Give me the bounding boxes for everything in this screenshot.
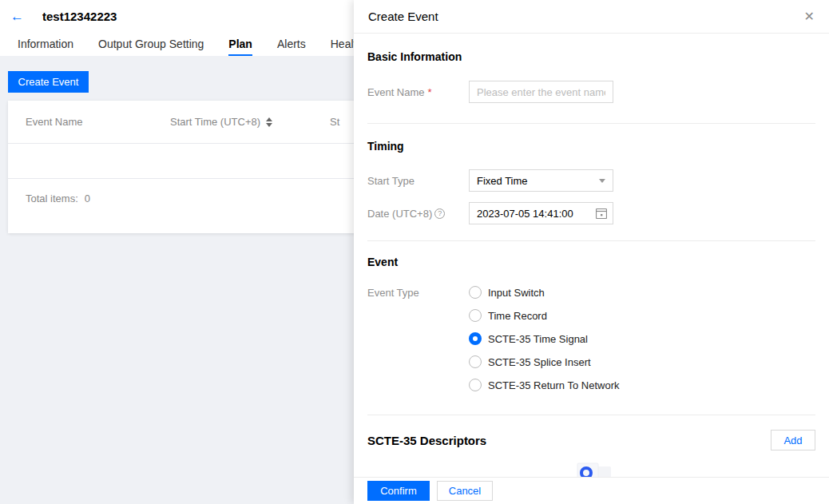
date-row: Date (UTC+8) ?: [367, 202, 815, 224]
total-items-value: 0: [85, 192, 90, 204]
start-type-label: Start Type: [367, 175, 469, 187]
create-event-button[interactable]: Create Event: [8, 71, 89, 93]
date-input[interactable]: [469, 202, 613, 224]
back-arrow-icon[interactable]: ←: [10, 10, 24, 23]
event-name-row: Event Name *: [367, 81, 815, 103]
tab-plan[interactable]: Plan: [228, 32, 252, 56]
radio-scte35-time-signal[interactable]: SCTE-35 Time Signal: [469, 332, 620, 345]
chevron-down-icon: [599, 179, 605, 183]
tab-alerts[interactable]: Alerts: [277, 32, 306, 56]
required-asterisk: *: [428, 86, 432, 98]
empty-state-illustration: [367, 457, 815, 477]
section-divider: [367, 123, 815, 124]
event-type-label: Event Type: [367, 287, 469, 299]
add-descriptor-button[interactable]: Add: [771, 430, 815, 450]
event-name-label: Event Name *: [367, 86, 469, 98]
page-title: test12342223: [42, 10, 117, 23]
timing-heading: Timing: [367, 140, 815, 153]
descriptors-header: SCTE-35 Descriptors Add: [367, 430, 815, 450]
radio-input-switch[interactable]: Input Switch: [469, 286, 620, 299]
start-type-select[interactable]: Fixed Time: [469, 169, 613, 192]
radio-time-record[interactable]: Time Record: [469, 309, 620, 322]
radio-scte35-return-to-network[interactable]: SCTE-35 Return To Network: [469, 379, 620, 391]
total-items-label: Total items:: [26, 192, 78, 204]
radio-icon: [469, 355, 482, 368]
calendar-icon[interactable]: [596, 208, 607, 222]
section-divider: [367, 415, 815, 415]
section-divider: [367, 240, 815, 241]
radio-icon: [469, 379, 482, 391]
drawer-title: Create Event: [368, 10, 438, 23]
event-type-row: Event Type Input Switch Time Record SCTE…: [367, 286, 815, 391]
date-label: Date (UTC+8) ?: [367, 208, 469, 220]
tab-output-group-setting[interactable]: Output Group Setting: [98, 32, 204, 56]
drawer-body: Basic Information Event Name * Timing St…: [354, 34, 829, 477]
help-icon[interactable]: ?: [434, 208, 445, 219]
create-event-drawer: Create Event ✕ Basic Information Event N…: [354, 0, 829, 504]
radio-icon: [469, 286, 482, 299]
scte35-descriptors-heading: SCTE-35 Descriptors: [367, 434, 486, 447]
cancel-button[interactable]: Cancel: [437, 481, 493, 501]
sort-icon[interactable]: [266, 117, 272, 127]
drawer-footer: Confirm Cancel: [354, 477, 829, 504]
event-name-input[interactable]: [469, 81, 613, 103]
event-type-radio-group: Input Switch Time Record SCTE-35 Time Si…: [469, 286, 620, 391]
close-icon[interactable]: ✕: [804, 10, 815, 23]
tab-information[interactable]: Information: [18, 32, 73, 56]
radio-icon: [469, 309, 482, 322]
magnifier-empty-icon: [553, 457, 630, 477]
column-header-start-time: Start Time (UTC+8): [170, 116, 330, 128]
start-type-value: Fixed Time: [477, 175, 528, 187]
radio-checked-icon: [469, 332, 482, 345]
start-type-row: Start Type Fixed Time: [367, 169, 815, 192]
confirm-button[interactable]: Confirm: [367, 481, 430, 501]
drawer-header: Create Event ✕: [354, 0, 829, 34]
event-heading: Event: [367, 256, 815, 268]
basic-information-heading: Basic Information: [367, 50, 815, 63]
column-header-event-name: Event Name: [8, 116, 170, 128]
radio-scte35-splice-insert[interactable]: SCTE-35 Splice Insert: [469, 355, 620, 368]
